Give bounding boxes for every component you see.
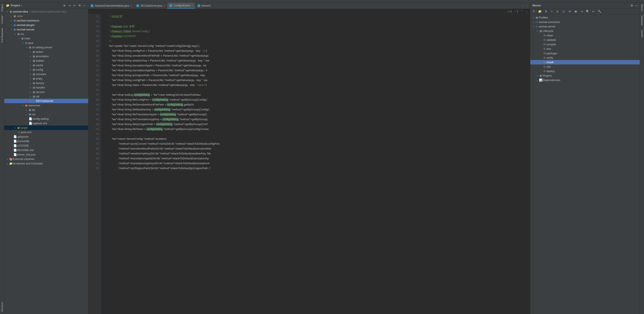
- minimize-icon[interactable]: —: [635, 4, 638, 7]
- structure-tool[interactable]: Structure: [1, 302, 4, 312]
- chevron-down-icon[interactable]: ⌄: [522, 4, 524, 7]
- tree-src[interactable]: ▾▣src: [4, 32, 88, 36]
- more-icon[interactable]: ⋮: [526, 4, 528, 7]
- maven-tree: ▸▣Profiles ▸mxechat-commons ▾mxechat-ser…: [530, 14, 640, 314]
- tree-service[interactable]: ▸▣service: [4, 90, 88, 94]
- close-icon[interactable]: ×: [130, 4, 132, 7]
- tree-db[interactable]: ▸▣db: [4, 108, 88, 112]
- tree-root[interactable]: ▾▣ xechat-idea ~/IdeaProjects/yyf/xechat…: [4, 9, 88, 14]
- tree-entity[interactable]: ▸▣entity: [4, 76, 88, 81]
- tab-xechatserver[interactable]: XEChatServer.java×: [134, 2, 167, 9]
- pull-requests-tool[interactable]: Pull Requests: [1, 28, 4, 42]
- tree-gitignore[interactable]: 📄.gitignore: [4, 134, 88, 139]
- maven-plugins[interactable]: ▸▣Plugins: [530, 73, 640, 78]
- tree-main[interactable]: ▾▣main: [4, 36, 88, 41]
- run-icon[interactable]: ▶: [556, 9, 560, 13]
- editor-area: AbstractChannelInitializer.java× XEChatS…: [88, 2, 530, 314]
- toggle-icon[interactable]: ⇄: [568, 9, 572, 13]
- tree-pom[interactable]: mpom.xml: [4, 130, 88, 134]
- expand-all-icon[interactable]: ⇥: [68, 4, 71, 7]
- tree-plugin[interactable]: ▸▣xechat-plugin: [4, 23, 88, 27]
- collapse-icon[interactable]: ⇥: [580, 9, 584, 13]
- maven-goal-site[interactable]: ⚙site: [530, 64, 640, 69]
- tree-serverlist[interactable]: 📄server_list.json: [4, 152, 88, 157]
- maven-goal-validate[interactable]: ⚙validate: [530, 38, 640, 42]
- tree-cache[interactable]: ▸▣cache: [4, 63, 88, 67]
- search-icon[interactable]: 🔍: [586, 9, 590, 13]
- tab-serverc[interactable]: ServerC: [195, 2, 214, 9]
- tree-action[interactable]: ▸▣action: [4, 49, 88, 54]
- maven-panel: Maven ⚙ — ↻ 📁 ⬇ + ▶ m ⇄ ◉ ⇥ 🔍 ⇤ 🔧: [530, 2, 640, 314]
- download-icon[interactable]: ⬇: [544, 9, 548, 13]
- tree-ssl[interactable]: ▸▣ssl: [4, 112, 88, 117]
- add-icon[interactable]: +: [550, 9, 554, 13]
- tree-annotation[interactable]: ▸▣annotation: [4, 54, 88, 58]
- maven-goal-verify[interactable]: ⚙verify: [530, 55, 640, 60]
- expand-icon[interactable]: ⇤: [592, 9, 596, 13]
- tree-builder[interactable]: ▸▣builder: [4, 58, 88, 63]
- offline-icon[interactable]: ◉: [574, 9, 578, 13]
- tree-idea[interactable]: ▸▣.idea: [4, 14, 88, 18]
- collapse-all-icon[interactable]: ⇤: [73, 4, 76, 7]
- generate-icon[interactable]: 📁: [538, 9, 542, 13]
- maven-goal-install[interactable]: ⚙install: [530, 60, 640, 64]
- wrench-icon[interactable]: 🔧: [598, 9, 602, 13]
- reload-icon[interactable]: ↻: [532, 9, 536, 13]
- tree-util[interactable]: ▸▣util: [4, 94, 88, 99]
- settings-icon[interactable]: ⚙: [78, 4, 81, 7]
- up-icon[interactable]: ⌃: [521, 10, 523, 13]
- tree-factory[interactable]: ▸▣factory: [4, 81, 88, 85]
- maven-icon[interactable]: m: [562, 9, 566, 13]
- tree-commons[interactable]: ▸▣xechat-commons: [4, 18, 88, 23]
- tree-resources[interactable]: ▾▣resources: [4, 103, 88, 108]
- tree-handler[interactable]: ▸▣handler: [4, 85, 88, 90]
- dropdown-icon[interactable]: ▾: [21, 4, 22, 6]
- project-tool[interactable]: Project: [1, 4, 4, 11]
- tab-abstractchannel[interactable]: AbstractChannelInitializer.java×: [88, 2, 134, 9]
- select-opened-icon[interactable]: ⊕: [62, 4, 66, 7]
- code-content[interactable]: * 读取配置 * * @param args 参数 * @return {@li…: [101, 14, 530, 314]
- settings-icon[interactable]: ⚙: [630, 4, 633, 7]
- maven-server[interactable]: ▾mxechat-server: [530, 24, 640, 29]
- maven-tool[interactable]: Maven: [641, 4, 643, 11]
- left-tool-rail: Project Commit Pull Requests Structure: [0, 2, 4, 314]
- close-icon[interactable]: ×: [163, 4, 165, 7]
- tree-constant[interactable]: ▸▣constant: [4, 72, 88, 76]
- close-icon[interactable]: ×: [192, 4, 193, 7]
- java-icon: [90, 4, 94, 7]
- tree-server[interactable]: ▾▣xechat-server: [4, 27, 88, 32]
- editor-body[interactable]: 2122232425262728293031323334353637383940…: [88, 14, 530, 314]
- tab-configutil[interactable]: ConfigUtil.java×: [167, 2, 195, 9]
- tree-extlibs[interactable]: ▸📚External Libraries: [4, 157, 88, 161]
- tree-license[interactable]: 📄LICENSE: [4, 143, 88, 148]
- commit-tool[interactable]: Commit: [1, 16, 4, 24]
- checks-badge[interactable]: ✓2: [514, 10, 518, 13]
- tree-logback[interactable]: 📄logback.xml: [4, 121, 88, 125]
- database-tool[interactable]: Database: [641, 15, 643, 25]
- warnings-badge[interactable]: ⚠2: [508, 10, 512, 13]
- maven-lifecycle[interactable]: ▾▣Lifecycle: [530, 29, 640, 33]
- editor-tabs: AbstractChannelInitializer.java× XEChatS…: [88, 2, 530, 9]
- gemini-tool[interactable]: Gemini: [641, 30, 643, 37]
- tree-scratches[interactable]: ▸📁Scratches and Consoles: [4, 161, 88, 166]
- down-icon[interactable]: ⌄: [526, 10, 528, 13]
- tree-java[interactable]: ▾▣java: [4, 41, 88, 45]
- maven-goal-deploy[interactable]: ⚙deploy: [530, 69, 640, 73]
- tree-dockerfile[interactable]: 📄Dockerfile: [4, 139, 88, 143]
- maven-header: Maven ⚙ —: [530, 2, 640, 8]
- tree-configsetting[interactable]: 📄config.setting: [4, 117, 88, 121]
- maven-goal-clean[interactable]: ⚙clean: [530, 33, 640, 38]
- maven-commons[interactable]: ▸mxechat-commons: [530, 20, 640, 24]
- java-icon: [198, 4, 200, 7]
- tree-target[interactable]: ▸▣target: [4, 125, 88, 130]
- tree-xechatserver[interactable]: ▸●XEChatServer: [4, 99, 88, 103]
- tree-package[interactable]: ▾▣cn.xeblog.server: [4, 45, 88, 49]
- maven-goal-package[interactable]: ⚙package: [530, 51, 640, 55]
- maven-goal-compile[interactable]: ⚙compile: [530, 42, 640, 47]
- tree-config[interactable]: ▸▣config: [4, 67, 88, 72]
- maven-dependencies[interactable]: ▸📊Dependencies: [530, 78, 640, 82]
- maven-goal-test[interactable]: ⚙test: [530, 47, 640, 51]
- tree-readme[interactable]: 📄README.md: [4, 148, 88, 152]
- maven-profiles[interactable]: ▸▣Profiles: [530, 15, 640, 20]
- minimize-icon[interactable]: —: [83, 4, 86, 7]
